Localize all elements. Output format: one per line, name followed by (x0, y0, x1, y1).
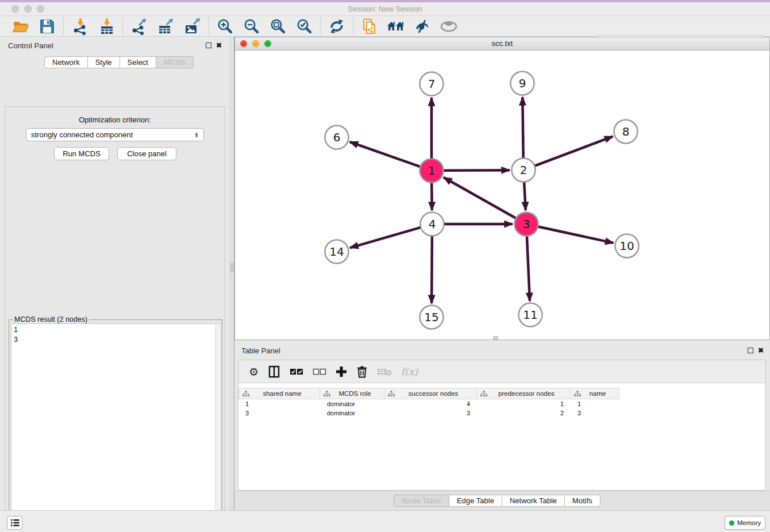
edge-4-14[interactable] (350, 228, 421, 248)
node-label-1: 1 (428, 164, 436, 178)
node-label-10: 10 (619, 239, 634, 253)
mcds-result-text[interactable]: 1 3 (11, 323, 221, 532)
node-7[interactable]: 7 (420, 72, 444, 96)
zoom-selected-icon[interactable] (295, 18, 313, 35)
network-close-icon[interactable]: × (240, 40, 247, 47)
network-maximize-icon[interactable]: + (264, 40, 271, 47)
node-8[interactable]: 8 (614, 120, 638, 144)
export-image-icon[interactable] (183, 18, 201, 35)
zoom-fit-icon[interactable] (268, 18, 287, 35)
node-1[interactable]: 1 (420, 159, 444, 183)
network-canvas[interactable]: 7968124314101511 (235, 51, 769, 340)
tab-mcds[interactable]: MCDS (156, 56, 194, 68)
table-settings-icon[interactable]: ⚙ (249, 364, 259, 379)
node-6[interactable]: 6 (325, 126, 349, 149)
node-10[interactable]: 10 (615, 234, 639, 258)
edge-3-11[interactable] (527, 236, 530, 301)
cell-name[interactable]: 3 (571, 408, 619, 418)
node-15[interactable]: 15 (420, 306, 444, 329)
edge-2-3[interactable] (524, 182, 526, 210)
node-4[interactable]: 4 (421, 213, 444, 236)
divider-grip[interactable] (230, 263, 233, 272)
open-session-icon[interactable] (11, 18, 30, 35)
deselect-all-icon[interactable] (313, 364, 326, 379)
select-all-icon[interactable] (290, 364, 303, 379)
table-row[interactable]: 1dominator411 (238, 399, 765, 408)
apply-preferred-layout-icon[interactable] (328, 18, 346, 35)
export-network-icon[interactable] (130, 18, 148, 35)
cell-predecessor-nodes[interactable]: 2 (477, 408, 571, 418)
zoom-in-icon[interactable] (215, 18, 234, 35)
cell-shared-name[interactable]: 3 (238, 408, 320, 418)
cell-predecessor-nodes[interactable]: 1 (477, 399, 571, 408)
node-label-3: 3 (523, 217, 530, 231)
cell-name[interactable]: 1 (571, 399, 619, 408)
memory-button[interactable]: Memory (725, 516, 765, 530)
hide-selected-icon[interactable] (413, 18, 432, 35)
node-3[interactable]: 3 (515, 213, 538, 236)
edge-1-4[interactable] (432, 183, 432, 210)
tab-motifs[interactable]: Motifs (565, 495, 600, 507)
table-row[interactable]: 3dominator323 (238, 408, 765, 418)
node-label-9: 9 (519, 76, 526, 90)
edge-1-2[interactable] (444, 170, 510, 171)
network-resize-grip[interactable] (493, 336, 498, 340)
edge-3-1[interactable] (444, 178, 516, 218)
close-panel-icon[interactable]: ✖ (216, 41, 222, 49)
close-panel-button[interactable]: Close panel (117, 147, 176, 160)
edge-3-10[interactable] (538, 226, 614, 242)
column-header-successor-nodes[interactable]: successor nodes (384, 388, 477, 399)
cell-successor-nodes[interactable]: 4 (384, 399, 477, 408)
column-header-predecessor-nodes[interactable]: predecessor nodes (477, 388, 571, 399)
network-window-titlebar[interactable]: × − + scc.txt (235, 37, 769, 51)
node-11[interactable]: 11 (519, 303, 542, 327)
tab-edge-table[interactable]: Edge Table (449, 495, 502, 507)
panel-divider[interactable] (230, 37, 234, 510)
node-2[interactable]: 2 (512, 159, 536, 182)
titlebar[interactable]: Session: New Session (0, 2, 770, 16)
edge-4-15[interactable] (432, 236, 432, 303)
show-hidden-icon[interactable] (440, 18, 458, 35)
column-visibility-icon[interactable] (268, 364, 280, 379)
close-window-icon[interactable] (11, 5, 19, 13)
cell-shared-name[interactable]: 1 (238, 399, 320, 408)
clone-network-icon[interactable] (360, 18, 379, 35)
minimize-window-icon[interactable] (24, 5, 32, 13)
network-minimize-icon[interactable]: − (252, 40, 259, 47)
edge-1-6[interactable] (350, 142, 421, 167)
result-scrollbar[interactable] (215, 325, 220, 532)
run-mcds-button[interactable]: Run MCDS (54, 147, 109, 160)
function-builder-icon: f(x) (401, 364, 418, 379)
tab-network-table[interactable]: Network Table (502, 495, 565, 507)
maximize-window-icon[interactable] (37, 5, 44, 13)
column-header-MCDS-role[interactable]: MCDS role (320, 388, 384, 399)
task-history-button[interactable] (7, 516, 22, 530)
tab-network[interactable]: Network (44, 56, 88, 68)
column-header-name[interactable]: name (571, 388, 619, 399)
show-all-nodes-edges-icon[interactable] (387, 18, 405, 35)
network-window-title: scc.txt (235, 37, 769, 50)
tab-style[interactable]: Style (88, 56, 120, 68)
save-session-icon[interactable] (38, 18, 56, 35)
node-14[interactable]: 14 (325, 240, 349, 264)
delete-row-icon[interactable] (356, 364, 368, 379)
node-9[interactable]: 9 (511, 72, 534, 95)
table-float-icon[interactable] (748, 348, 753, 353)
float-panel-icon[interactable] (206, 43, 211, 48)
edge-2-9[interactable] (522, 97, 523, 158)
criterion-select[interactable]: strongly connected component ▲▼ (26, 128, 204, 141)
cell-MCDS-role[interactable]: dominator (320, 408, 384, 418)
import-network-icon[interactable] (71, 18, 89, 35)
export-table-icon[interactable] (156, 18, 175, 35)
edge-2-8[interactable] (535, 136, 613, 165)
zoom-out-icon[interactable] (242, 18, 260, 35)
table-close-icon[interactable]: ✖ (758, 346, 764, 354)
import-table-icon[interactable] (97, 18, 116, 35)
cell-successor-nodes[interactable]: 3 (384, 408, 477, 418)
tab-select[interactable]: Select (120, 56, 156, 68)
tab-node-table[interactable]: Node Table (394, 495, 449, 507)
column-header-shared-name[interactable]: shared name (238, 388, 320, 399)
add-row-icon[interactable] (336, 364, 347, 379)
memory-status-icon (729, 521, 734, 526)
cell-MCDS-role[interactable]: dominator (320, 399, 384, 408)
